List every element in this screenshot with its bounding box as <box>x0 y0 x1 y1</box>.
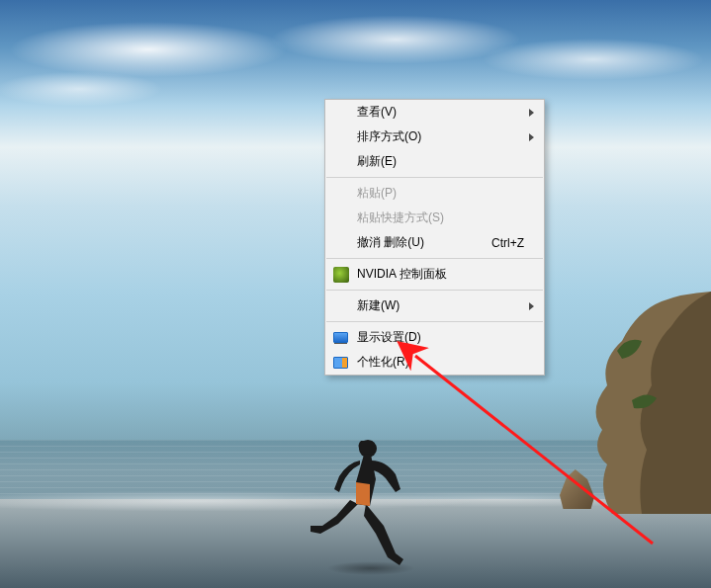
desktop-context-menu: 查看(V) 排序方式(O) 刷新(E) 粘贴(P) 粘贴快捷方式(S) 撤消 删… <box>324 99 545 376</box>
nvidia-icon <box>333 267 349 283</box>
chevron-right-icon <box>529 133 534 141</box>
menu-paste: 粘贴(P) <box>325 181 544 206</box>
chevron-right-icon <box>529 302 534 310</box>
runner-figure <box>307 435 415 573</box>
menu-label: 撤消 删除(U) <box>357 234 476 251</box>
menu-separator <box>326 258 543 259</box>
menu-label: 粘贴快捷方式(S) <box>357 210 524 226</box>
desktop-wallpaper[interactable]: 查看(V) 排序方式(O) 刷新(E) 粘贴(P) 粘贴快捷方式(S) 撤消 删… <box>0 0 711 588</box>
menu-shortcut: Ctrl+Z <box>476 236 524 250</box>
menu-separator <box>326 290 543 291</box>
menu-label: NVIDIA 控制面板 <box>357 266 524 283</box>
menu-label: 刷新(E) <box>357 153 524 170</box>
menu-personalize[interactable]: 个性化(R) <box>325 350 544 375</box>
menu-label: 粘贴(P) <box>357 185 524 202</box>
menu-separator <box>326 321 543 322</box>
menu-separator <box>326 177 543 178</box>
menu-label: 排序方式(O) <box>357 128 524 145</box>
menu-view[interactable]: 查看(V) <box>325 100 544 125</box>
menu-refresh[interactable]: 刷新(E) <box>325 149 544 174</box>
menu-display-settings[interactable]: 显示设置(D) <box>325 325 544 350</box>
menu-label: 查看(V) <box>357 104 524 121</box>
menu-undo-delete[interactable]: 撤消 删除(U) Ctrl+Z <box>325 230 544 255</box>
menu-sort[interactable]: 排序方式(O) <box>325 125 544 149</box>
personalize-icon <box>333 357 348 369</box>
rock-formation <box>582 292 711 514</box>
menu-label: 显示设置(D) <box>357 329 524 346</box>
menu-paste-shortcut: 粘贴快捷方式(S) <box>325 206 544 230</box>
display-icon <box>333 332 348 343</box>
menu-new[interactable]: 新建(W) <box>325 294 544 318</box>
chevron-right-icon <box>529 109 534 117</box>
menu-nvidia-control-panel[interactable]: NVIDIA 控制面板 <box>325 262 544 287</box>
menu-label: 新建(W) <box>357 297 524 314</box>
menu-label: 个性化(R) <box>357 354 524 371</box>
